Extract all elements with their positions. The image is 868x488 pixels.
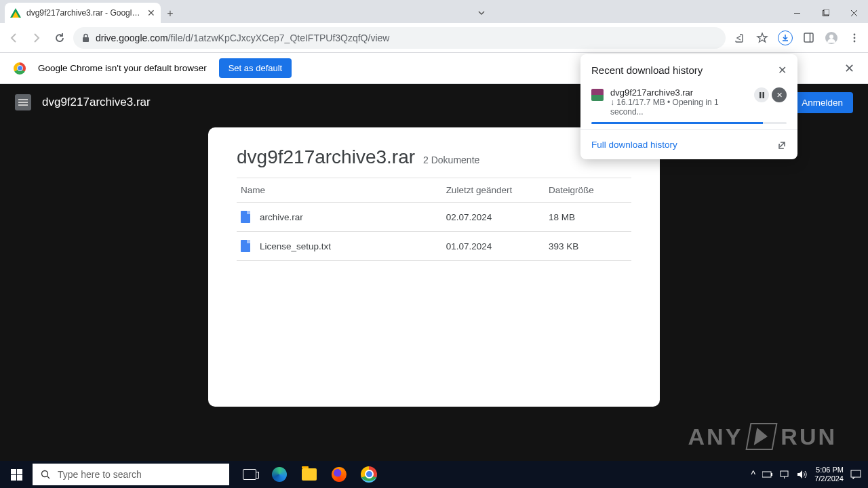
svg-rect-4 — [804, 33, 813, 42]
col-size[interactable]: Dateigröße — [545, 178, 631, 203]
taskview-icon — [243, 469, 256, 480]
browser-toolbar: drive.google.com/file/d/1atzwKpCJxcyXCep… — [0, 23, 868, 53]
new-tab-button[interactable]: + — [161, 4, 180, 23]
svg-rect-15 — [762, 472, 771, 477]
profile-icon[interactable] — [822, 28, 841, 47]
archive-file-icon — [15, 94, 31, 110]
taskbar-chrome[interactable] — [355, 461, 382, 488]
table-row[interactable]: archive.rar 02.07.2024 18 MB — [237, 203, 631, 232]
download-popup-title: Recent download history — [591, 64, 703, 76]
sidepanel-icon[interactable] — [799, 28, 818, 47]
taskbar-explorer[interactable] — [296, 461, 323, 488]
table-row[interactable]: License_setup.txt 01.07.2024 393 KB — [237, 232, 631, 261]
download-pause-button[interactable] — [754, 87, 769, 102]
file-size: 18 MB — [545, 203, 631, 232]
play-icon — [746, 423, 778, 450]
url-host: drive.google.com — [96, 33, 168, 43]
google-drive-icon — [10, 8, 21, 18]
full-download-history-link[interactable]: Full download history — [580, 129, 797, 159]
download-active-icon — [778, 30, 793, 45]
file-modified: 01.07.2024 — [442, 232, 545, 261]
browser-tab[interactable]: dvg9f217archive3.rar - Google D ✕ — [5, 3, 161, 23]
chrome-icon — [361, 466, 377, 483]
file-icon — [241, 240, 250, 252]
bookmark-icon[interactable] — [753, 28, 772, 47]
downloads-button[interactable] — [776, 28, 795, 47]
card-subtitle: 2 Dokumente — [423, 155, 479, 165]
full-download-history-label: Full download history — [591, 140, 677, 150]
reload-button[interactable] — [50, 28, 69, 47]
file-name: License_setup.txt — [260, 241, 331, 251]
close-window-button[interactable] — [840, 3, 868, 23]
svg-rect-19 — [851, 470, 861, 477]
maximize-button[interactable] — [811, 3, 840, 23]
svg-line-14 — [47, 476, 50, 479]
minimize-button[interactable] — [783, 3, 811, 23]
tray-chevron-icon[interactable]: ^ — [751, 469, 756, 480]
download-item-name: dvg9f217archive3.rar — [610, 87, 747, 98]
svg-rect-2 — [824, 9, 829, 15]
svg-point-10 — [854, 40, 856, 42]
download-cancel-button[interactable]: ✕ — [772, 87, 787, 102]
back-button[interactable] — [4, 28, 23, 47]
drive-filename: dvg9f217archive3.rar — [42, 96, 151, 109]
tray-network-icon[interactable] — [780, 470, 790, 479]
watermark-text-b: RUN — [781, 424, 837, 450]
file-icon — [241, 211, 250, 223]
download-progress — [591, 122, 787, 124]
search-placeholder: Type here to search — [58, 469, 142, 480]
file-table: Name Zuletzt geändert Dateigröße archive… — [237, 178, 631, 261]
svg-rect-12 — [762, 92, 764, 98]
tray-clock[interactable]: 5:06 PM 7/2/2024 — [814, 466, 844, 483]
browser-titlebar: dvg9f217archive3.rar - Google D ✕ + — [0, 0, 868, 23]
set-default-button[interactable]: Set as default — [219, 58, 292, 78]
download-item[interactable]: dvg9f217archive3.rar ↓ 16.1/17.7 MB • Op… — [580, 83, 797, 129]
chrome-icon — [14, 62, 26, 75]
external-link-icon — [777, 140, 787, 150]
col-name[interactable]: Name — [237, 178, 442, 203]
url-path: /file/d/1atzwKpCJxcyXCep7_QteIFTPUf3Qzqf… — [168, 33, 390, 43]
tab-close-icon[interactable]: ✕ — [147, 7, 155, 18]
taskbar-edge[interactable] — [266, 461, 293, 488]
task-view-button[interactable] — [236, 461, 263, 488]
svg-point-8 — [854, 33, 856, 35]
svg-rect-17 — [781, 471, 788, 476]
share-icon[interactable] — [730, 28, 749, 47]
tray-battery-icon[interactable] — [762, 471, 773, 479]
tray-volume-icon[interactable] — [797, 470, 808, 479]
chrome-menu-icon[interactable] — [845, 28, 864, 47]
search-icon — [41, 470, 51, 480]
signin-button[interactable]: Anmelden — [791, 92, 853, 113]
svg-rect-11 — [760, 92, 762, 98]
svg-point-13 — [42, 470, 48, 476]
svg-point-7 — [829, 35, 833, 39]
tab-search-button[interactable] — [471, 3, 492, 23]
folder-icon — [302, 468, 317, 481]
taskbar-search[interactable]: Type here to search — [33, 464, 229, 485]
forward-button[interactable] — [27, 28, 46, 47]
action-center-icon[interactable] — [850, 470, 861, 480]
rar-file-icon — [591, 89, 604, 101]
tray-date: 7/2/2024 — [814, 474, 844, 483]
download-popup-close-icon[interactable]: ✕ — [778, 64, 787, 77]
infobar-text: Google Chrome isn't your default browser — [38, 63, 207, 73]
svg-rect-16 — [771, 473, 772, 476]
start-button[interactable] — [0, 461, 33, 488]
file-name: archive.rar — [260, 212, 303, 222]
system-tray: ^ 5:06 PM 7/2/2024 — [751, 466, 868, 483]
windows-logo-icon — [11, 469, 22, 481]
card-title: dvg9f217archive3.rar — [237, 146, 415, 168]
archive-card: dvg9f217archive3.rar 2 Dokumente Name Zu… — [208, 127, 660, 407]
taskbar-firefox[interactable] — [326, 461, 353, 488]
col-modified[interactable]: Zuletzt geändert — [442, 178, 545, 203]
download-popup: Recent download history ✕ dvg9f217archiv… — [580, 54, 797, 159]
svg-point-9 — [854, 37, 856, 39]
windows-taskbar: Type here to search ^ 5:06 PM 7/2/2024 — [0, 461, 868, 488]
address-bar[interactable]: drive.google.com/file/d/1atzwKpCJxcyXCep… — [73, 27, 726, 49]
lock-icon — [81, 33, 90, 43]
firefox-icon — [332, 467, 347, 482]
infobar-close-icon[interactable]: ✕ — [844, 61, 854, 76]
file-size: 393 KB — [545, 232, 631, 261]
edge-icon — [272, 467, 287, 482]
tab-title: dvg9f217archive3.rar - Google D — [26, 8, 142, 18]
